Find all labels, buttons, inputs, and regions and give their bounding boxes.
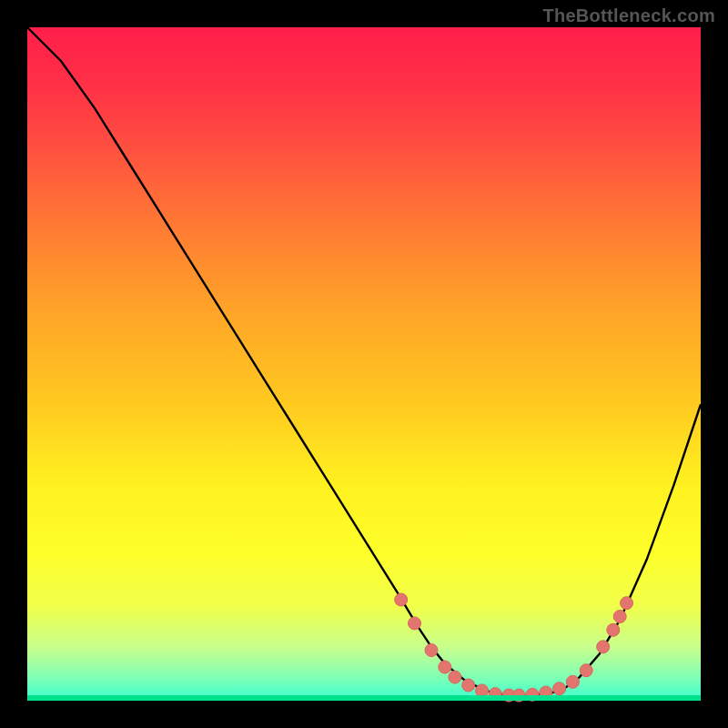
watermark-text: TheBottleneck.com	[542, 5, 715, 26]
marker-dot	[553, 682, 566, 695]
marker-dot	[621, 597, 633, 610]
chart-svg	[27, 27, 701, 701]
marker-dot	[566, 675, 579, 688]
chart-area	[27, 27, 701, 701]
marker-dot	[409, 617, 421, 630]
baseline-green	[27, 695, 701, 701]
bottleneck-curve	[27, 27, 701, 695]
marker-dot	[439, 661, 451, 673]
marker-dot	[449, 671, 461, 683]
marker-dot	[462, 679, 475, 692]
marker-dot	[607, 623, 620, 636]
marker-group	[395, 593, 633, 702]
marker-dot	[580, 664, 592, 677]
marker-dot	[613, 611, 626, 623]
marker-dot	[425, 644, 438, 657]
marker-dot	[597, 641, 610, 653]
marker-dot	[395, 593, 408, 606]
